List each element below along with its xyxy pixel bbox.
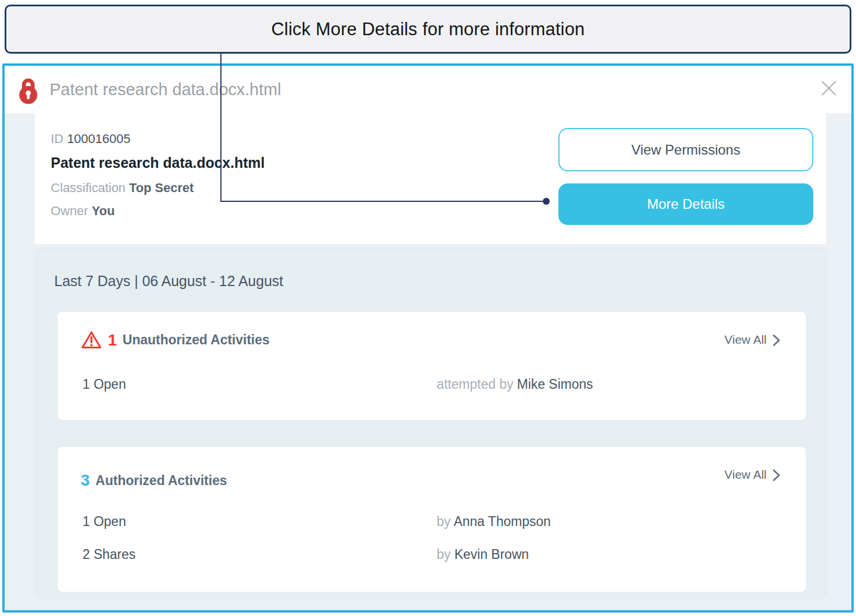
connector-endpoint-dot — [543, 198, 550, 205]
unauthorized-count: 1 — [108, 331, 117, 350]
file-name: Patent research data.docx.html — [51, 155, 265, 171]
connector-line-vertical — [220, 54, 221, 202]
unauthorized-row-stat: 1 Open — [82, 377, 126, 392]
authorized-card-header: 3 Authorized Activities — [81, 471, 227, 490]
file-id-value: 100016005 — [67, 132, 130, 146]
connector-line-horizontal — [220, 201, 545, 202]
owner-line: Owner You — [51, 204, 265, 219]
modal-titlebar: Patent research data.docx.html — [5, 66, 851, 113]
authorized-row-actor: by Anna Thompson — [437, 514, 551, 529]
actor-prefix: attempted by — [437, 377, 513, 392]
activity-section: Last 7 Days | 06 August - 12 August 1 Un… — [36, 248, 827, 599]
actor-name: Anna Thompson — [453, 514, 550, 529]
chevron-right-icon — [772, 469, 780, 482]
authorized-title: Authorized Activities — [96, 473, 227, 489]
actor-prefix: by — [437, 547, 450, 562]
file-meta: ID 100016005 Patent research data.docx.h… — [51, 130, 265, 219]
lock-icon — [17, 77, 39, 104]
modal-title: Patent research data.docx.html — [50, 80, 281, 99]
close-button[interactable] — [819, 78, 839, 98]
authorized-row-actor: by Kevin Brown — [437, 547, 529, 562]
activity-period: Last 7 Days | 06 August - 12 August — [54, 273, 283, 290]
unauthorized-card-header: 1 Unauthorized Activities — [81, 330, 269, 350]
classification-line: Classification Top Secret — [51, 181, 265, 196]
action-buttons: View Permissions More Details — [558, 128, 813, 225]
view-all-label: View All — [724, 468, 767, 482]
file-id-label: ID — [51, 132, 63, 146]
view-permissions-button[interactable]: View Permissions — [558, 128, 813, 171]
authorized-view-all-link[interactable]: View All — [724, 468, 780, 482]
owner-label: Owner — [51, 204, 88, 218]
view-all-label: View All — [724, 333, 767, 347]
actor-name: Mike Simons — [517, 377, 593, 392]
actor-prefix: by — [437, 514, 450, 529]
page: { "callout": { "text": "Click More Detai… — [0, 0, 856, 616]
unauthorized-activities-card: 1 Unauthorized Activities View All 1 Ope… — [58, 312, 806, 420]
file-info-panel: ID 100016005 Patent research data.docx.h… — [35, 113, 826, 244]
owner-value: You — [92, 204, 115, 218]
actor-name: Kevin Brown — [455, 547, 529, 562]
callout-banner: Click More Details for more information — [5, 5, 851, 54]
authorized-activities-card: 3 Authorized Activities View All 1 Open … — [58, 447, 806, 592]
modal-body: ID 100016005 Patent research data.docx.h… — [5, 113, 851, 610]
authorized-row-stat: 1 Open — [82, 514, 126, 529]
authorized-count: 3 — [81, 471, 90, 490]
callout-text: Click More Details for more information — [271, 19, 585, 40]
warning-icon — [81, 330, 102, 350]
classification-label: Classification — [51, 181, 126, 195]
file-details-modal: Patent research data.docx.html ID 100016… — [2, 63, 854, 613]
unauthorized-row-actor: attempted by Mike Simons — [437, 377, 593, 392]
close-icon — [819, 78, 839, 98]
chevron-right-icon — [772, 334, 780, 347]
unauthorized-view-all-link[interactable]: View All — [724, 333, 780, 347]
file-id-line: ID 100016005 — [51, 132, 265, 147]
more-details-button[interactable]: More Details — [558, 183, 813, 225]
authorized-row-stat: 2 Shares — [82, 547, 136, 562]
classification-value: Top Secret — [129, 181, 194, 195]
unauthorized-title: Unauthorized Activities — [123, 332, 270, 348]
